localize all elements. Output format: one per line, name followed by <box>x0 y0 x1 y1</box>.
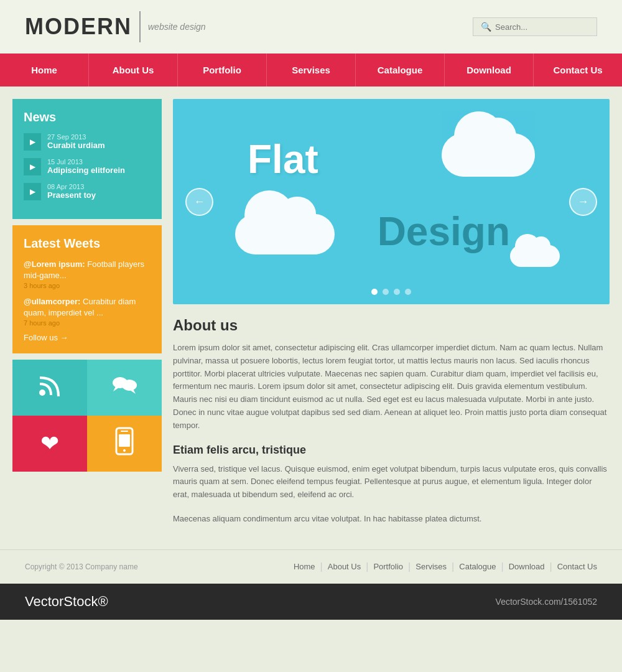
footer-home[interactable]: Home <box>294 562 315 571</box>
news-date-3: 08 Apr 2013 <box>47 183 96 190</box>
vectorstock-bar: VectorStock® VectorStock.com/1561052 <box>0 584 622 620</box>
about-text-2: Viverra sed, tristique vel lacus. Quisqu… <box>173 463 610 502</box>
svg-rect-6 <box>121 431 128 432</box>
news-date-2: 15 Jul 2013 <box>47 158 125 166</box>
tweets-widget: Latest Weets @Lorem ipsum: Football play… <box>12 225 162 353</box>
tweet-1: @Lorem ipsum: Football players mid-game.… <box>24 258 151 289</box>
cloud-medium <box>235 214 335 254</box>
cloud-small <box>510 245 560 267</box>
vectorstock-url: VectorStock.com/1561052 <box>496 597 597 607</box>
news-title: News <box>24 110 151 124</box>
svg-point-7 <box>123 449 126 452</box>
nav-download[interactable]: Download <box>445 54 534 86</box>
main-content: News ▶ 27 Sep 2013 Curabit urdiam ▶ 15 J… <box>0 86 622 549</box>
nav-about[interactable]: About Us <box>89 54 178 86</box>
slider-prev-button[interactable]: ← <box>185 188 213 216</box>
tweet-time-1: 3 hours ago <box>24 282 151 289</box>
svg-point-0 <box>39 390 45 396</box>
footer-contact[interactable]: Contact Us <box>557 562 597 571</box>
dot-4[interactable] <box>405 289 411 295</box>
slider-dots <box>371 289 411 295</box>
slider: Flat Design ← → <box>173 99 610 304</box>
dot-1[interactable] <box>371 289 378 295</box>
tweets-title: Latest Weets <box>24 236 151 251</box>
icon-heart[interactable]: ❤ <box>12 416 87 472</box>
news-arrow-2[interactable]: ▶ <box>24 158 41 175</box>
news-widget: News ▶ 27 Sep 2013 Curabit urdiam ▶ 15 J… <box>12 99 162 219</box>
news-item-1: ▶ 27 Sep 2013 Curabit urdiam <box>24 133 151 151</box>
slider-text-flat: Flat <box>248 136 318 182</box>
icon-chat[interactable] <box>87 360 162 416</box>
nav-contact[interactable]: Contact Us <box>534 54 622 86</box>
logo-main: MODERN <box>25 14 132 40</box>
nav-portfolio[interactable]: Portfolio <box>178 54 267 86</box>
logo-divider <box>139 11 141 42</box>
news-arrow-1[interactable]: ▶ <box>24 133 41 151</box>
nav-servises[interactable]: Servises <box>267 54 356 86</box>
news-arrow-3[interactable]: ▶ <box>24 183 41 200</box>
nav-catalogue[interactable]: Catalogue <box>356 54 445 86</box>
footer-download[interactable]: Download <box>509 562 545 571</box>
about-title: About us <box>173 317 610 334</box>
footer-portfolio[interactable]: Portfolio <box>373 562 403 571</box>
about-text-1: Lorem ipsum dolor sit amet, consectetur … <box>173 342 610 432</box>
search-input[interactable] <box>495 22 595 32</box>
dot-2[interactable] <box>383 289 389 295</box>
news-item-2: ▶ 15 Jul 2013 Adipiscing elitforein <box>24 158 151 175</box>
main-nav: Home About Us Portfolio Servises Catalog… <box>0 54 622 86</box>
copyright: Copyright © 2013 Company name <box>25 562 138 571</box>
dot-3[interactable] <box>394 289 400 295</box>
svg-rect-8 <box>119 434 130 447</box>
heart-icon: ❤ <box>40 431 59 457</box>
slider-text-design: Design <box>378 208 510 254</box>
header: MODERN website design 🔍 <box>0 0 622 54</box>
follow-link[interactable]: Follow us → <box>24 333 151 342</box>
icon-mobile[interactable] <box>87 416 162 472</box>
about-section: About us Lorem ipsum dolor sit amet, con… <box>173 317 610 526</box>
slider-next-button[interactable]: → <box>569 188 597 216</box>
icon-grid: ❤ <box>12 360 162 472</box>
search-box[interactable]: 🔍 <box>473 17 597 36</box>
about-subtitle: Etiam felis arcu, tristique <box>173 444 610 457</box>
footer-about[interactable]: About Us <box>328 562 361 571</box>
search-icon: 🔍 <box>481 22 491 32</box>
footer-links: Home | About Us | Portfolio | Servises |… <box>294 561 597 572</box>
news-link-2[interactable]: Adipiscing elitforein <box>47 166 125 175</box>
rss-icon <box>37 373 62 403</box>
news-link-1[interactable]: Curabit urdiam <box>47 141 104 150</box>
icon-rss[interactable] <box>12 360 87 416</box>
tweet-time-2: 7 hours ago <box>24 319 151 327</box>
news-date-1: 27 Sep 2013 <box>47 133 104 141</box>
footer-servises[interactable]: Servises <box>415 562 447 571</box>
footer-catalogue[interactable]: Catalogue <box>459 562 496 571</box>
mobile-icon <box>115 427 134 461</box>
tweet-user-1: @Lorem ipsum: <box>24 259 87 269</box>
chat-icon <box>111 373 138 403</box>
news-item-3: ▶ 08 Apr 2013 Praesent toy <box>24 183 151 200</box>
about-text-3: Maecenas aliquam condimentum arcu vitae … <box>173 513 610 526</box>
nav-home[interactable]: Home <box>0 54 89 86</box>
sidebar: News ▶ 27 Sep 2013 Curabit urdiam ▶ 15 J… <box>12 99 162 537</box>
logo-subtitle: website design <box>148 22 206 32</box>
logo-area: MODERN website design <box>25 11 206 42</box>
tweet-user-2: @ullamcorper: <box>24 297 83 306</box>
footer-nav: Copyright © 2013 Company name Home | Abo… <box>0 549 622 584</box>
content-area: Flat Design ← → About us Lorem ipsum dol… <box>173 99 610 537</box>
news-link-3[interactable]: Praesent toy <box>47 190 96 200</box>
vectorstock-logo: VectorStock® <box>25 594 108 610</box>
tweet-2: @ullamcorper: Curabitur diam quam, imper… <box>24 296 151 327</box>
cloud-large <box>442 133 535 177</box>
